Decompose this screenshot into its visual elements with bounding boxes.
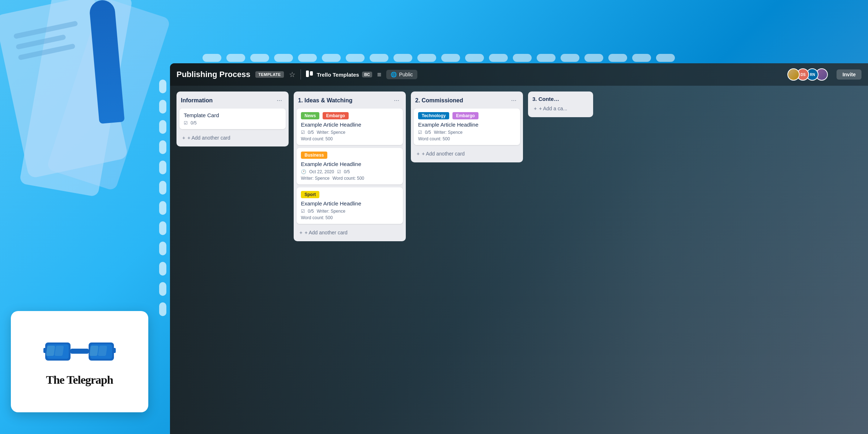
checklist-icon: ☑ [184, 120, 188, 125]
svg-rect-7 [89, 346, 99, 356]
label-business: Business [301, 152, 327, 159]
card-template-card[interactable]: Template Card ☑ 0/5 [179, 109, 286, 129]
workspace-badge: BC [362, 72, 372, 77]
star-icon[interactable]: ☆ [289, 70, 295, 79]
board-header: Publishing Process TEMPLATE ☆ Trello Tem… [170, 63, 868, 86]
visibility-button[interactable]: 🌐 Public [386, 70, 417, 79]
card-commissioned-1-checklist: 0/5 [425, 130, 431, 135]
list-commissioned-title: 2. Commissioned [415, 97, 463, 104]
label-embargo-2: Embargo [452, 112, 478, 119]
list-information-header: Information ··· [179, 95, 286, 106]
glasses-icon [43, 337, 116, 366]
card-ideas-1-labels: News Embargo [301, 112, 399, 122]
add-card-ideas[interactable]: + + Add another card [297, 227, 403, 238]
svg-rect-9 [43, 348, 46, 353]
add-card-information[interactable]: + + Add another card [179, 133, 286, 143]
card-ideas-2-checklist: 0/5 [344, 169, 350, 174]
telegraph-card: The Telegraph [11, 311, 148, 412]
card-ideas-3-wc: Word count: 500 [301, 215, 399, 220]
card-ideas-1[interactable]: News Embargo Example Article Headline ☑ … [297, 109, 403, 145]
card-template-checklist: 0/5 [191, 120, 197, 125]
label-news: News [301, 112, 319, 119]
add-card-content-label: + Add a ca... [539, 106, 567, 111]
card-ideas-2-labels: Business [301, 152, 399, 161]
list-ideas-watching-menu-icon[interactable]: ··· [392, 96, 401, 105]
checklist-icon-1: ☑ [301, 130, 305, 135]
list-information-title: Information [181, 97, 213, 104]
list-content-header: 3. Conte… [531, 95, 590, 103]
card-ideas-1-wordcount: Word count: 500 [301, 136, 399, 141]
word-count-label-1: Word count: 500 [301, 136, 333, 141]
list-commissioned-header: 2. Commissioned ··· [414, 95, 520, 106]
card-ideas-3-labels: Sport [301, 191, 399, 200]
board-title: Publishing Process [176, 70, 250, 79]
plus-icon-3: + [417, 151, 420, 157]
card-ideas-1-title: Example Article Headline [301, 122, 399, 128]
workspace-button[interactable]: Trello Templates BC [306, 71, 372, 78]
card-ideas-1-writer: Writer: Spence [317, 130, 345, 135]
board-container: Publishing Process TEMPLATE ☆ Trello Tem… [170, 63, 868, 434]
header-divider [301, 69, 301, 80]
add-card-content[interactable]: + + Add a ca... [531, 103, 590, 114]
add-card-information-label: + Add another card [187, 135, 230, 141]
card-ideas-3-writer: Writer: Spence [317, 209, 345, 214]
card-commissioned-1[interactable]: Technology Embargo Example Article Headl… [414, 109, 520, 145]
list-ideas-watching-title: 1. Ideas & Watching [298, 97, 353, 104]
hamburger-menu-icon[interactable]: ≡ [377, 71, 382, 79]
card-commissioned-1-meta: ☑ 0/5 Writer: Spence [418, 130, 516, 135]
lists-area: Information ··· Template Card ☑ 0/5 + + … [170, 86, 868, 434]
card-template-card-title: Template Card [184, 112, 281, 118]
template-badge: TEMPLATE [255, 71, 284, 78]
list-commissioned-menu-icon[interactable]: ··· [509, 96, 519, 105]
globe-icon: 🌐 [391, 72, 397, 77]
card-ideas-2-wordcount: Word count: 500 [332, 176, 364, 181]
card-ideas-2-writer: Writer: Spence [301, 176, 329, 181]
list-information-menu-icon[interactable]: ··· [275, 96, 284, 105]
card-ideas-1-checklist: 0/5 [308, 130, 314, 135]
svg-rect-4 [71, 349, 89, 354]
checklist-icon-4: ☑ [418, 130, 422, 135]
card-ideas-2-meta: 🕐 Oct 22, 2020 ☑ 0/5 [301, 169, 399, 174]
word-count-label-c1: Word count: 500 [418, 136, 450, 141]
checklist-icon-2: ☑ [337, 169, 341, 174]
word-count-label-3: Word count: 500 [301, 215, 333, 220]
add-card-commissioned[interactable]: + + Add another card [414, 149, 520, 159]
add-card-ideas-label: + Add another card [305, 230, 348, 235]
card-ideas-2-writer-wc: Writer: Spence Word count: 500 [301, 176, 399, 181]
card-ideas-2-date: Oct 22, 2020 [309, 169, 334, 174]
list-information: Information ··· Template Card ☑ 0/5 + + … [176, 92, 289, 146]
card-commissioned-1-wc: Word count: 500 [418, 136, 516, 141]
plus-icon-4: + [534, 106, 537, 111]
list-commissioned: 2. Commissioned ··· Technology Embargo E… [411, 92, 523, 162]
card-ideas-3-meta: ☑ 0/5 Writer: Spence [301, 209, 399, 214]
svg-rect-3 [55, 346, 64, 356]
list-ideas-watching-header: 1. Ideas & Watching ··· [297, 95, 403, 106]
label-technology: Technology [418, 112, 449, 119]
list-ideas-watching: 1. Ideas & Watching ··· News Embargo Exa… [294, 92, 406, 241]
card-ideas-2[interactable]: Business Example Article Headline 🕐 Oct … [297, 148, 403, 184]
visibility-label: Public [399, 72, 413, 77]
card-commissioned-1-labels: Technology Embargo [418, 112, 516, 122]
avatar-1[interactable] [787, 68, 800, 81]
card-ideas-3[interactable]: Sport Example Article Headline ☑ 0/5 Wri… [297, 187, 403, 224]
card-ideas-3-checklist: 0/5 [308, 209, 314, 214]
card-ideas-3-title: Example Article Headline [301, 200, 399, 207]
clock-icon: 🕐 [301, 169, 306, 174]
card-ideas-1-meta: ☑ 0/5 Writer: Spence [301, 130, 399, 135]
plus-icon-2: + [299, 230, 302, 235]
invite-button[interactable]: Invite [837, 69, 861, 80]
plus-icon: + [182, 135, 185, 141]
deco-line [13, 21, 78, 39]
telegraph-text: The Telegraph [46, 373, 113, 387]
list-content-partial: 3. Conte… + + Add a ca... [528, 92, 593, 117]
checklist-icon-3: ☑ [301, 209, 305, 214]
card-template-card-meta: ☑ 0/5 [184, 120, 281, 125]
card-commissioned-1-writer: Writer: Spence [434, 130, 463, 135]
workspace-name: Trello Templates [317, 72, 359, 78]
card-ideas-2-title: Example Article Headline [301, 161, 399, 167]
svg-rect-2 [46, 346, 55, 356]
svg-rect-10 [113, 348, 116, 353]
trello-logo-icon [306, 71, 314, 78]
member-avatars: DS RN [790, 68, 828, 81]
svg-rect-8 [98, 346, 107, 356]
